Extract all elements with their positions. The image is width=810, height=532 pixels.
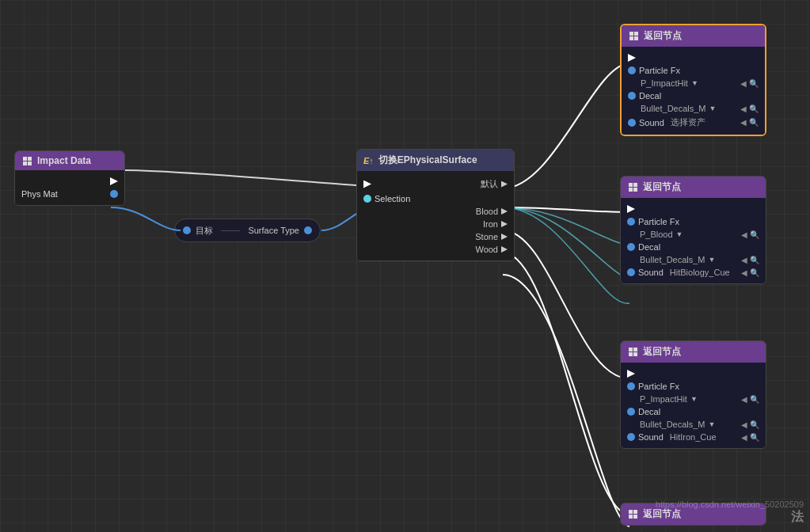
return3-decal-pin[interactable] — [627, 408, 635, 416]
return3-particle-value: P_ImpactHit — [640, 394, 687, 404]
return1-decal-icons: ◀ 🔍 — [740, 104, 759, 113]
return2-particle-pin[interactable] — [627, 218, 635, 226]
exec-out-pin[interactable] — [110, 177, 118, 185]
return1-decal-row: Decal — [622, 89, 765, 102]
wood-pin[interactable] — [501, 246, 508, 253]
grid-icon — [21, 155, 32, 166]
switch-selection-row: Selection — [357, 192, 514, 205]
target-right-label: Surface Type — [248, 226, 299, 235]
return1-decal-value: Bullet_Decals_M — [641, 104, 706, 113]
return3-sound-pin[interactable] — [627, 433, 635, 441]
switch-iron-row: Iron — [357, 218, 514, 230]
return2-particle-value-row: P_Blood ▼ ◀ 🔍 — [621, 228, 766, 241]
return3-decal-value: Bullet_Decals_M — [640, 420, 705, 429]
return1-particle-value: P_ImpactHit — [641, 78, 688, 88]
node-switch: E↑ 切换EPhysicalSurface 默认 Selection Blood — [356, 149, 515, 261]
r3-nav-icon3[interactable]: ◀ — [741, 433, 747, 442]
r3-search-icon[interactable]: 🔍 — [750, 395, 759, 404]
switch-default-label: 默认 — [481, 178, 498, 190]
return1-particle-value-row: P_ImpactHit ▼ ◀ 🔍 — [622, 77, 765, 89]
return2-decal-value: Bullet_Decals_M — [640, 255, 705, 264]
return3-grid-icon — [627, 347, 638, 358]
r2-search-icon3[interactable]: 🔍 — [750, 268, 759, 277]
return3-particle-label: Particle Fx — [638, 382, 679, 391]
return2-sound-value: HitBiology_Cue — [670, 268, 730, 277]
r2-nav-icon[interactable]: ◀ — [741, 230, 747, 239]
return1-particle-dropdown[interactable]: ▼ — [691, 79, 698, 87]
return1-decal-dropdown[interactable]: ▼ — [709, 104, 717, 112]
return3-sound-value: HitIron_Cue — [670, 432, 717, 442]
return1-header: 返回节点 — [622, 25, 765, 47]
stone-label: Stone — [475, 232, 498, 241]
return1-exec-pin[interactable] — [628, 54, 636, 62]
r2-search-icon2[interactable]: 🔍 — [750, 256, 759, 264]
switch-wood-row: Wood — [357, 243, 514, 256]
nav-left-icon3[interactable]: ◀ — [740, 118, 747, 127]
selection-label: Selection — [375, 194, 410, 203]
return2-decal-row: Decal — [621, 241, 766, 253]
return2-sound-pin[interactable] — [627, 268, 635, 276]
wood-label: Wood — [475, 245, 498, 254]
return1-sound-pin[interactable] — [628, 119, 636, 127]
return2-sound-label: Sound — [638, 268, 664, 277]
target-left-label: 目标 — [196, 225, 213, 237]
r3-nav-icon[interactable]: ◀ — [741, 395, 747, 404]
return2-decal-pin[interactable] — [627, 243, 635, 251]
stone-pin[interactable] — [501, 234, 508, 240]
return1-particle-icons: ◀ 🔍 — [740, 79, 759, 88]
switch-default-pin[interactable] — [501, 181, 508, 188]
canvas: Impact Data Phys Mat 目标 Surface Type E↑ … — [0, 0, 810, 532]
return3-exec-pin[interactable] — [627, 370, 635, 378]
r3-search-icon2[interactable]: 🔍 — [750, 420, 759, 429]
target-out-pin[interactable] — [304, 226, 312, 234]
blood-pin[interactable] — [501, 208, 508, 215]
return2-sound-row: Sound HitBiology_Cue ◀ 🔍 — [621, 266, 766, 279]
search-icon[interactable]: 🔍 — [749, 79, 759, 88]
return3-title: 返回节点 — [643, 345, 681, 359]
switch-icon: E↑ — [363, 156, 374, 165]
blood-label: Blood — [476, 207, 498, 216]
selection-pin[interactable] — [363, 195, 371, 203]
return3-particle-pin[interactable] — [627, 382, 635, 390]
return3-body: Particle Fx P_ImpactHit ▼ ◀ 🔍 Decal Bull… — [621, 363, 766, 448]
r2-search-icon[interactable]: 🔍 — [750, 230, 759, 239]
return3-particle-row: Particle Fx — [621, 380, 766, 393]
return3-sound-label: Sound — [638, 432, 664, 442]
phys-mat-pin[interactable] — [110, 190, 118, 198]
target-in-pin[interactable] — [183, 226, 191, 234]
nav-left-icon[interactable]: ◀ — [740, 79, 747, 88]
return1-sound-value: 选择资产 — [671, 116, 705, 128]
return1-sound-icons: ◀ 🔍 — [740, 118, 759, 127]
r3-search-icon3[interactable]: 🔍 — [750, 433, 759, 442]
return3-sound-row: Sound HitIron_Cue ◀ 🔍 — [621, 431, 766, 443]
switch-exec-in[interactable] — [363, 180, 371, 188]
return3-decal-row: Decal — [621, 405, 766, 418]
return1-grid-icon — [628, 31, 639, 42]
return1-decal-label: Decal — [639, 91, 661, 101]
return2-exec — [621, 203, 766, 215]
node-return-2: 返回节点 Particle Fx P_Blood ▼ ◀ 🔍 Decal — [620, 176, 766, 284]
return1-exec — [622, 51, 765, 64]
r2-nav-icon3[interactable]: ◀ — [741, 268, 747, 277]
return1-sound-row: Sound 选择资产 ◀ 🔍 — [622, 115, 765, 130]
iron-pin[interactable] — [501, 221, 508, 227]
nav-left-icon2[interactable]: ◀ — [740, 104, 747, 113]
return3-header: 返回节点 — [621, 341, 766, 363]
return2-exec-pin[interactable] — [627, 205, 635, 213]
return1-decal-pin[interactable] — [628, 92, 636, 100]
return3-decal-label: Decal — [638, 407, 660, 416]
search-icon2[interactable]: 🔍 — [749, 104, 759, 113]
node-target: 目标 Surface Type — [174, 218, 321, 242]
return4-grid-icon — [627, 509, 638, 520]
r2-nav-icon2[interactable]: ◀ — [741, 256, 747, 264]
return1-particle-pin[interactable] — [628, 66, 636, 74]
search-icon3[interactable]: 🔍 — [749, 118, 759, 127]
return2-grid-icon — [627, 182, 638, 193]
return2-title: 返回节点 — [643, 180, 681, 194]
r3-nav-icon2[interactable]: ◀ — [741, 420, 747, 429]
exec-out-row — [15, 175, 124, 188]
return1-particle-row: Particle Fx — [622, 64, 765, 77]
return2-particle-value: P_Blood — [640, 230, 673, 239]
watermark-url: https://blog.csdn.net/weixin_50202509 — [656, 500, 804, 509]
return2-particle-label: Particle Fx — [638, 217, 679, 226]
